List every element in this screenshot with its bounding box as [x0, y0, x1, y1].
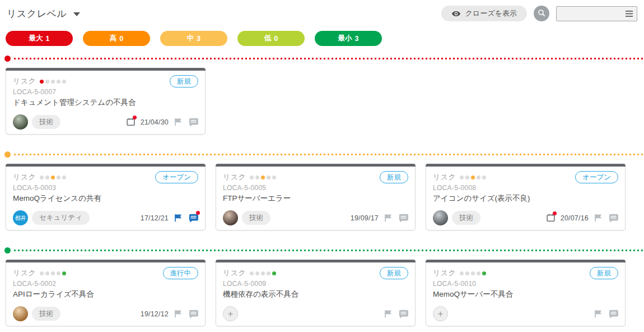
- card-id: LOCA-5-0008: [433, 184, 618, 192]
- card-type-label: リスク: [13, 76, 36, 86]
- avatar[interactable]: [13, 306, 28, 321]
- card-title: APIローカライズ不具合: [13, 289, 198, 299]
- separator-line: [14, 58, 644, 59]
- card-header: リスク 新規: [223, 171, 408, 183]
- risk-level-dots: [40, 176, 66, 179]
- avatar[interactable]: [433, 210, 448, 225]
- risk-level-dot: [51, 176, 55, 179]
- separator-bullet-icon: [4, 56, 11, 62]
- summary-pill[interactable]: 高 0: [83, 31, 150, 46]
- comment-icon[interactable]: [188, 309, 198, 319]
- board-title-dropdown[interactable]: リスクレベル: [7, 7, 80, 20]
- card-footer: +: [223, 306, 408, 321]
- alert-dot: [553, 211, 557, 215]
- risk-level-dots: [460, 271, 486, 275]
- search-button[interactable]: [534, 6, 549, 21]
- show-closed-button[interactable]: クローズを表示: [441, 6, 527, 21]
- separator-line: [14, 154, 644, 155]
- risk-level-dot: [45, 176, 49, 179]
- card-header: リスク 進行中: [13, 267, 198, 279]
- card-row: リスク 新規 LOCA-5-0007 ドキュメント管理システムの不具合 技術 2…: [0, 68, 644, 135]
- separator-line: [14, 250, 644, 251]
- risk-level-dot: [267, 271, 270, 275]
- flag-icon[interactable]: [174, 213, 183, 223]
- pill-label: 最大: [29, 34, 43, 43]
- comment-icon[interactable]: [398, 213, 408, 223]
- comment-icon[interactable]: [188, 117, 198, 127]
- risk-level-dot: [255, 176, 259, 179]
- card-header: リスク オープン: [13, 171, 198, 183]
- risk-level-dot: [465, 176, 469, 179]
- card-type-label: リスク: [13, 172, 36, 182]
- risk-card[interactable]: リスク 新規 LOCA-5-0010 MemoQサーバー不具合 +: [426, 260, 626, 326]
- card-type-label: リスク: [433, 268, 456, 278]
- pill-count: 0: [119, 35, 123, 43]
- card-top-bar: [216, 164, 416, 167]
- risk-card[interactable]: リスク 新規 LOCA-5-0005 FTPサーバーエラー 技術 19/09/1…: [216, 164, 416, 230]
- flag-icon[interactable]: [174, 117, 183, 127]
- summary-pill[interactable]: 最小 3: [315, 31, 382, 46]
- risk-level-dot: [45, 271, 49, 275]
- footer-actions: 17/12/21: [141, 213, 198, 223]
- footer-actions: [384, 309, 408, 319]
- risk-level-section: リスク 進行中 LOCA-5-0002 APIローカライズ不具合 技術 19/1…: [0, 247, 644, 326]
- avatar[interactable]: [13, 114, 28, 130]
- card-top-bar: [6, 68, 206, 71]
- risk-level-dot: [272, 176, 276, 179]
- summary-pill[interactable]: 最大 1: [6, 31, 73, 46]
- due-date: 19/12/12: [141, 310, 169, 318]
- pill-label: 低: [264, 34, 272, 43]
- risk-level-dot: [250, 271, 254, 275]
- status-badge: オープン: [575, 171, 618, 183]
- risk-card[interactable]: リスク 進行中 LOCA-5-0002 APIローカライズ不具合 技術 19/1…: [6, 260, 206, 326]
- risk-level-dot: [255, 271, 259, 275]
- risk-level-dot: [267, 176, 270, 179]
- due-date: 21/04/30: [141, 118, 169, 126]
- pill-label: 最小: [338, 34, 352, 43]
- comment-icon[interactable]: [608, 309, 618, 319]
- risk-card[interactable]: リスク オープン LOCA-5-0008 アイコンのサイズ(表示不良) 技術 2…: [426, 164, 626, 230]
- status-badge: 新規: [380, 267, 408, 279]
- add-assignee-button[interactable]: +: [433, 306, 448, 321]
- add-assignee-button[interactable]: +: [223, 306, 238, 321]
- risk-level-section: リスク 新規 LOCA-5-0007 ドキュメント管理システムの不具合 技術 2…: [0, 55, 644, 135]
- risk-card[interactable]: リスク 新規 LOCA-5-0009 機種依存の表示不具合 +: [216, 260, 416, 326]
- summary-pill[interactable]: 中 3: [160, 31, 227, 46]
- card-footer: 都井 セキュリティ 17/12/21: [13, 210, 198, 225]
- search-input[interactable]: [556, 6, 637, 21]
- flag-icon[interactable]: [594, 309, 603, 319]
- risk-level-dot: [51, 271, 55, 275]
- show-closed-label: クローズを表示: [465, 8, 517, 19]
- risk-level-dot: [62, 176, 66, 179]
- flag-icon[interactable]: [174, 309, 183, 319]
- section-separator: [4, 55, 644, 62]
- comment-icon[interactable]: [398, 309, 408, 319]
- card-id: LOCA-5-0007: [13, 88, 198, 96]
- status-badge: 新規: [380, 171, 408, 183]
- card-title: アイコンのサイズ(表示不良): [433, 193, 618, 204]
- risk-level-dot: [62, 271, 66, 275]
- risk-card[interactable]: リスク 新規 LOCA-5-0007 ドキュメント管理システムの不具合 技術 2…: [6, 68, 206, 135]
- risk-level-dot: [51, 80, 55, 84]
- summary-pill[interactable]: 低 0: [237, 31, 305, 46]
- summary-pill-row: 最大 1 高 0 中 3 低 0 最小 3: [0, 31, 644, 46]
- tag-badge: 技術: [32, 307, 60, 321]
- pill-count: 3: [355, 35, 359, 43]
- comment-icon[interactable]: [188, 213, 198, 223]
- risk-card[interactable]: リスク オープン LOCA-5-0003 MemoQライセンスの共有 都井 セキ…: [6, 164, 206, 230]
- pill-count: 3: [197, 35, 200, 43]
- chevron-down-icon: [73, 12, 80, 16]
- flag-icon[interactable]: [594, 213, 603, 223]
- risk-board: リスクレベル クローズを表示 最大: [0, 0, 644, 332]
- pill-count: 0: [274, 35, 278, 43]
- flag-icon[interactable]: [384, 309, 393, 319]
- comment-icon[interactable]: [608, 213, 618, 223]
- flag-icon[interactable]: [384, 213, 393, 223]
- avatar[interactable]: [223, 210, 238, 225]
- avatar[interactable]: 都井: [13, 210, 28, 225]
- card-top-bar: [6, 260, 206, 262]
- status-badge: オープン: [155, 171, 198, 183]
- card-type-label: リスク: [223, 268, 246, 278]
- pill-count: 1: [46, 35, 50, 43]
- card-top-bar: [426, 260, 626, 262]
